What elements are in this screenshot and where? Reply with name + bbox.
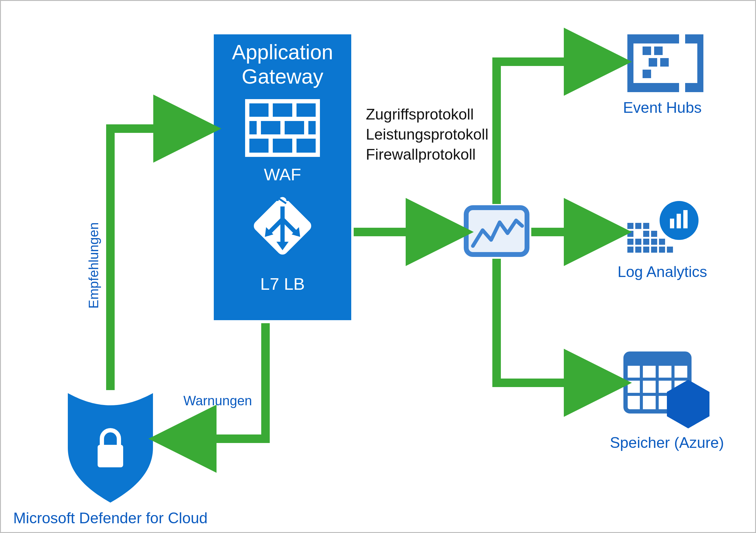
logs-line2: Leistungsprotokoll [366,126,488,143]
logs-line1: Zugriffsprotokoll [366,106,474,123]
svg-rect-36 [635,247,641,253]
svg-rect-46 [626,354,689,366]
svg-rect-43 [677,214,681,228]
svg-rect-31 [635,239,641,245]
svg-rect-21 [649,58,657,67]
svg-rect-34 [659,239,665,245]
event-hubs-icon [627,34,703,92]
logs-line3: Firewallprotokoll [366,146,475,163]
arrow-recommendations [110,129,208,390]
shield-icon [68,393,153,503]
svg-rect-32 [643,239,649,245]
storage-node: Speicher (Azure) [610,354,724,451]
log-analytics-label: Log Analytics [618,263,707,280]
defender-label: Microsoft Defender for Cloud [13,510,207,527]
arrow-to-storage [497,259,618,383]
svg-rect-44 [683,210,688,228]
log-analytics-icon [627,201,698,253]
storage-icon [626,354,710,428]
svg-rect-29 [651,231,657,237]
svg-rect-37 [643,247,649,253]
application-gateway-node: Application Gateway WAF [214,34,351,320]
alerts-label: Warnungen [183,393,252,408]
event-hubs-label: Event Hubs [623,99,702,116]
metrics-icon [466,208,527,254]
arrow-alerts [162,323,265,439]
svg-rect-24 [627,223,634,229]
arrow-to-eventhubs [497,62,618,204]
recommendations-label: Empfehlungen [86,222,101,308]
svg-rect-27 [627,231,634,237]
svg-rect-22 [660,58,669,67]
svg-rect-20 [654,46,662,55]
svg-rect-30 [627,239,634,245]
svg-rect-38 [651,247,657,253]
svg-rect-25 [635,223,641,229]
waf-label: WAF [264,165,301,184]
svg-rect-28 [643,231,649,237]
svg-rect-40 [667,247,673,253]
svg-rect-17 [97,445,123,467]
svg-rect-39 [659,247,665,253]
svg-rect-23 [643,69,651,78]
defender-node: Microsoft Defender for Cloud [13,393,207,527]
storage-label: Speicher (Azure) [610,434,724,451]
svg-rect-42 [670,219,674,228]
app-gateway-title-2: Gateway [242,65,323,88]
svg-rect-33 [651,239,657,245]
diagram-frame: Application Gateway WAF [0,0,756,533]
svg-rect-35 [627,247,634,253]
svg-rect-19 [643,46,651,55]
log-analytics-node: Log Analytics [618,201,707,280]
event-hubs-node: Event Hubs [623,34,703,116]
svg-rect-26 [643,223,649,229]
l7lb-label: L7 LB [260,274,305,293]
app-gateway-title-1: Application [232,40,333,64]
